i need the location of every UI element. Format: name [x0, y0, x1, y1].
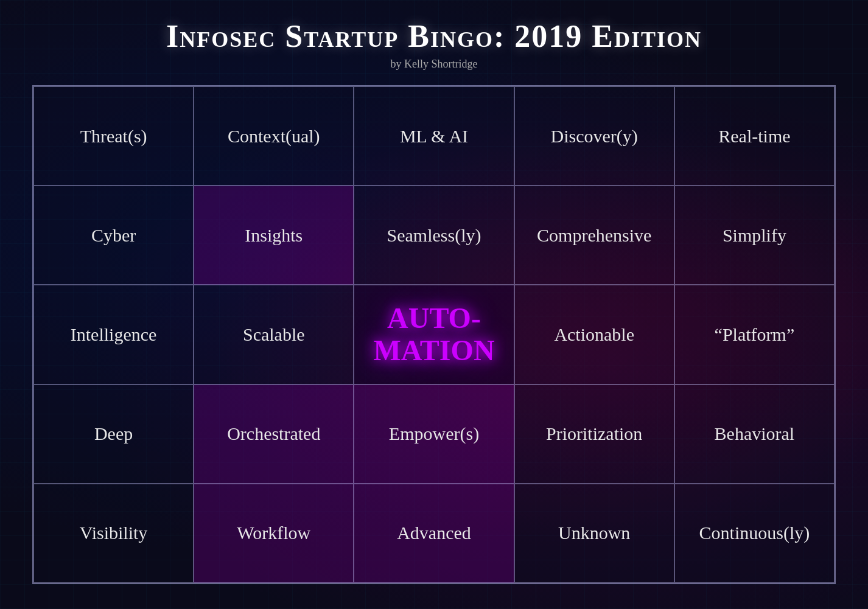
- cell-2-2[interactable]: AUTO- MATION: [354, 285, 514, 384]
- cell-3-1[interactable]: Orchestrated: [194, 385, 354, 484]
- cell-text-2-2: AUTO- MATION: [360, 302, 507, 367]
- cell-text-0-3: Discover(y): [551, 125, 638, 147]
- cell-1-0[interactable]: Cyber: [33, 186, 194, 285]
- page-title: Infosec Startup Bingo: 2019 Edition: [166, 18, 702, 54]
- cell-0-0[interactable]: Threat(s): [33, 86, 194, 186]
- page-content: Infosec Startup Bingo: 2019 Edition by K…: [0, 0, 868, 609]
- cell-0-3[interactable]: Discover(y): [514, 86, 674, 186]
- cell-1-2[interactable]: Seamless(ly): [354, 186, 514, 285]
- cell-text-1-0: Cyber: [91, 224, 136, 246]
- cell-text-3-4: Behavioral: [715, 423, 795, 445]
- cell-text-2-1: Scalable: [243, 324, 305, 346]
- cell-0-1[interactable]: Context(ual): [194, 86, 354, 186]
- cell-text-0-4: Real-time: [718, 125, 790, 147]
- cell-2-1[interactable]: Scalable: [194, 285, 354, 384]
- cell-3-2[interactable]: Empower(s): [354, 385, 514, 484]
- cell-3-0[interactable]: Deep: [33, 385, 194, 484]
- cell-1-4[interactable]: Simplify: [674, 186, 835, 285]
- cell-4-1[interactable]: Workflow: [194, 484, 354, 583]
- cell-2-0[interactable]: Intelligence: [33, 285, 194, 384]
- cell-1-1[interactable]: Insights: [194, 186, 354, 285]
- cell-3-3[interactable]: Prioritization: [514, 385, 674, 484]
- cell-text-4-1: Workflow: [237, 522, 310, 544]
- cell-text-3-0: Deep: [94, 423, 133, 445]
- cell-0-4[interactable]: Real-time: [674, 86, 835, 186]
- cell-3-4[interactable]: Behavioral: [674, 385, 835, 484]
- cell-text-2-3: Actionable: [554, 324, 634, 346]
- cell-text-0-1: Context(ual): [228, 125, 320, 147]
- cell-text-4-0: Visibility: [80, 522, 148, 544]
- cell-4-2[interactable]: Advanced: [354, 484, 514, 583]
- cell-text-3-1: Orchestrated: [227, 423, 320, 445]
- cell-text-1-3: Comprehensive: [537, 224, 651, 246]
- cell-text-4-3: Unknown: [558, 522, 630, 544]
- cell-2-3[interactable]: Actionable: [514, 285, 674, 384]
- cell-1-3[interactable]: Comprehensive: [514, 186, 674, 285]
- cell-0-2[interactable]: ML & AI: [354, 86, 514, 186]
- cell-text-3-3: Prioritization: [546, 423, 642, 445]
- cell-text-2-0: Intelligence: [71, 324, 157, 346]
- cell-4-4[interactable]: Continuous(ly): [674, 484, 835, 583]
- cell-4-3[interactable]: Unknown: [514, 484, 674, 583]
- cell-2-4[interactable]: “Platform”: [674, 285, 835, 384]
- cell-text-3-2: Empower(s): [389, 423, 479, 445]
- cell-text-4-4: Continuous(ly): [699, 522, 810, 544]
- bingo-grid: Threat(s)Context(ual)ML & AIDiscover(y)R…: [32, 85, 836, 584]
- cell-text-1-1: Insights: [245, 224, 303, 246]
- cell-text-4-2: Advanced: [397, 522, 471, 544]
- cell-text-0-2: ML & AI: [400, 125, 468, 147]
- cell-text-1-4: Simplify: [723, 224, 786, 246]
- subtitle: by Kelly Shortridge: [391, 58, 478, 71]
- cell-4-0[interactable]: Visibility: [33, 484, 194, 583]
- cell-text-1-2: Seamless(ly): [387, 224, 481, 246]
- cell-text-0-0: Threat(s): [80, 125, 147, 147]
- cell-text-2-4: “Platform”: [715, 324, 795, 346]
